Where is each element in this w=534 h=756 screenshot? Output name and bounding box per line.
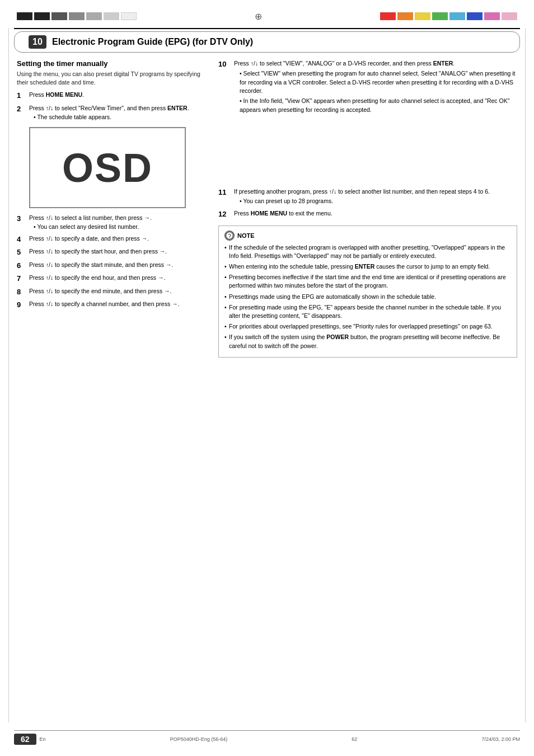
section-intro: Using the menu, you can also preset digi… — [17, 70, 207, 86]
step-num-2: 2 — [17, 104, 29, 122]
step-text-2: Press ↑/↓ to select "Rec/View Timer", an… — [29, 104, 207, 122]
note-icon — [224, 231, 235, 241]
bar-block-orange — [397, 12, 413, 20]
note-box: NOTE If the schedule of the selected pro… — [218, 226, 517, 358]
right-column: 10 Press ↑/↓ to select "VIEW", "ANALOG" … — [218, 59, 517, 358]
step-text-3: Press ↑/↓ to select a list number, then … — [29, 214, 207, 232]
step-num-4: 4 — [17, 234, 29, 245]
step-text-8: Press ↑/↓ to specify the end minute, and… — [29, 287, 207, 298]
vert-line-left — [8, 28, 9, 722]
step-num-8: 8 — [17, 287, 29, 298]
bar-block-red — [380, 12, 396, 20]
step-2-bullet: • The schedule table appears. — [34, 113, 207, 122]
step-num-1: 1 — [17, 90, 29, 101]
step-7: 7 Press ↑/↓ to specify the end hour, and… — [17, 274, 207, 284]
step-num-12: 12 — [218, 209, 234, 220]
step-text-4: Press ↑/↓ to specify a date, and then pr… — [29, 234, 207, 245]
step-num-7: 7 — [17, 273, 29, 284]
top-bar-right — [380, 12, 517, 20]
note-item-3: Presetting becomes ineffective if the st… — [224, 273, 511, 290]
bar-block — [34, 12, 50, 20]
step-10-bullet1: • Select "VIEW" when presetting the prog… — [234, 69, 517, 96]
top-bar-left — [17, 12, 137, 20]
step-5: 5 Press ↑/↓ to specify the start hour, a… — [17, 247, 207, 258]
step-9: 9 Press ↑/↓ to specify a channel number,… — [17, 300, 207, 311]
osd-box: OSD — [29, 127, 186, 208]
section-title: Setting the timer manually — [17, 59, 207, 68]
step-text-10: Press ↑/↓ to select "VIEW", "ANALOG" or … — [234, 59, 517, 115]
note-header: NOTE — [224, 231, 511, 241]
header-line — [14, 28, 520, 29]
note-item-4: Presettings made using the EPG are autom… — [224, 293, 511, 301]
note-item-7: If you switch off the system using the P… — [224, 333, 511, 350]
main-content: Setting the timer manually Using the men… — [0, 59, 534, 358]
step-text-6: Press ↑/↓ to specify the start minute, a… — [29, 261, 207, 271]
bar-block-ltpink — [502, 12, 517, 20]
note-label: NOTE — [237, 232, 255, 239]
footer-page-num: 62 — [352, 736, 357, 742]
step-12: 12 Press HOME MENU to exit the menu. — [218, 209, 517, 220]
step-11: 11 If presetting another program, press … — [218, 187, 517, 206]
chapter-header: 10 Electronic Program Guide (EPG) (for D… — [14, 31, 520, 53]
step-3-bullet: • You can select any desired list number… — [34, 223, 207, 232]
footer-left: 62 En — [14, 734, 46, 745]
step-num-11: 11 — [218, 187, 234, 206]
step-10-bullet2: • In the Info field, "View OK" appears w… — [234, 97, 517, 115]
compass-icon: ⊕ — [255, 11, 262, 22]
page: ⊕ 10 Electronic Program Guide (EPG) (for… — [0, 0, 534, 756]
step-3: 3 Press ↑/↓ to select a list number, the… — [17, 214, 207, 232]
page-number: 62 — [14, 734, 36, 745]
bar-block — [51, 12, 67, 20]
step-text-7: Press ↑/↓ to specify the end hour, and t… — [29, 274, 207, 284]
footer-file: POP5040HD-Eng (56-64) — [170, 736, 228, 742]
bar-block — [17, 12, 32, 20]
osd-label: OSD — [62, 145, 153, 191]
bar-block — [86, 12, 102, 20]
step-10: 10 Press ↑/↓ to select "VIEW", "ANALOG" … — [218, 59, 517, 115]
step-num-9: 9 — [17, 299, 29, 311]
top-bar: ⊕ — [0, 0, 534, 28]
step-num-5: 5 — [17, 247, 29, 258]
step-text-9: Press ↑/↓ to specify a channel number, a… — [29, 300, 207, 311]
page-lang: En — [40, 736, 46, 742]
bar-block-green — [432, 12, 448, 20]
step-text-12: Press HOME MENU to exit the menu. — [234, 209, 517, 220]
bar-block-yellow — [415, 12, 430, 20]
step-1: 1 Press HOME MENU. — [17, 91, 207, 101]
bar-block-pink — [484, 12, 500, 20]
footer-date: 7/24/03, 2:00 PM — [481, 736, 520, 742]
step-num-3: 3 — [17, 213, 29, 232]
svg-point-1 — [229, 237, 230, 238]
step-6: 6 Press ↑/↓ to specify the start minute,… — [17, 261, 207, 271]
bar-block — [121, 12, 137, 20]
note-item-2: When entering into the schedule table, p… — [224, 262, 511, 271]
svg-point-0 — [226, 232, 233, 238]
step-4: 4 Press ↑/↓ to specify a date, and then … — [17, 234, 207, 245]
step-text-1: Press HOME MENU. — [29, 91, 207, 101]
chapter-number: 10 — [29, 35, 46, 49]
bar-block — [69, 12, 85, 20]
chapter-title: Electronic Program Guide (EPG) (for DTV … — [52, 37, 253, 47]
step-text-11: If presetting another program, press ↑/↓… — [234, 187, 517, 206]
step-2: 2 Press ↑/↓ to select "Rec/View Timer", … — [17, 104, 207, 122]
bar-block-cyan — [449, 12, 465, 20]
left-column: Setting the timer manually Using the men… — [17, 59, 207, 358]
bar-block — [104, 12, 119, 20]
step-11-bullet: • You can preset up to 28 programs. — [234, 197, 517, 206]
note-item-6: For priorities about overlapped presetti… — [224, 322, 511, 331]
note-item-1: If the schedule of the selected program … — [224, 243, 511, 260]
vert-line-right — [525, 28, 526, 722]
bar-block-blue — [467, 12, 483, 20]
step-text-5: Press ↑/↓ to specify the start hour, and… — [29, 247, 207, 258]
note-item-5: For presetting made using the EPG, "E" a… — [224, 303, 511, 320]
step-8: 8 Press ↑/↓ to specify the end minute, a… — [17, 287, 207, 298]
footer: 62 En POP5040HD-Eng (56-64) 62 7/24/03, … — [14, 730, 520, 745]
step-num-10: 10 — [218, 59, 234, 115]
step-num-6: 6 — [17, 260, 29, 271]
